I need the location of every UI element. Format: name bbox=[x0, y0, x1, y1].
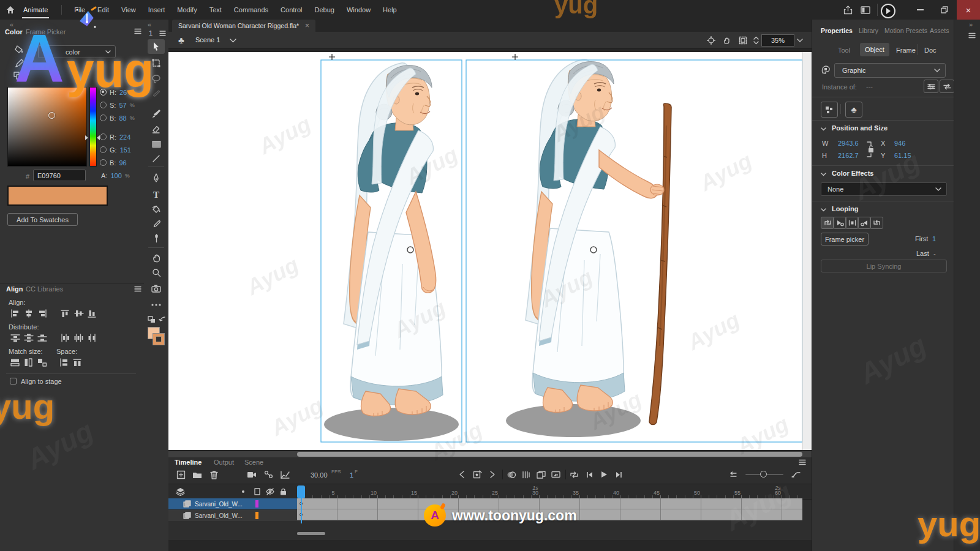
layer-color-chip[interactable] bbox=[255, 500, 258, 508]
eraser-tool[interactable] bbox=[148, 122, 165, 136]
highlight-layers-dot-icon[interactable] bbox=[241, 489, 246, 494]
space-horizontal-button[interactable] bbox=[72, 358, 83, 367]
first-frame-value[interactable]: 1 bbox=[932, 235, 936, 242]
lip-syncing-button[interactable]: Lip Syncing bbox=[821, 260, 947, 272]
tab-align[interactable]: Align bbox=[6, 285, 23, 293]
lasso-tool[interactable] bbox=[148, 72, 165, 86]
position-size-header[interactable]: Position and Size bbox=[832, 124, 888, 132]
hue-radio[interactable] bbox=[100, 89, 107, 96]
break-apart-button[interactable] bbox=[821, 102, 838, 118]
workspace-layout-icon[interactable] bbox=[860, 5, 871, 15]
panel-menu-icon[interactable] bbox=[134, 28, 142, 35]
paint-bucket-tool[interactable] bbox=[148, 202, 165, 216]
window-minimize-button[interactable] bbox=[908, 0, 932, 20]
window-close-button[interactable]: × bbox=[957, 0, 980, 20]
zoom-level-dropdown[interactable]: 35% bbox=[761, 34, 794, 47]
section-chevron-icon[interactable] bbox=[821, 127, 826, 131]
show-parenting-button[interactable] bbox=[262, 468, 274, 481]
line-tool[interactable] bbox=[148, 152, 165, 165]
center-stage-icon[interactable] bbox=[706, 36, 716, 45]
stage-scrollbar-thumb[interactable] bbox=[297, 452, 802, 457]
stroke-color-tool-icon[interactable] bbox=[13, 58, 26, 69]
y-value[interactable]: 61.15 bbox=[894, 152, 911, 159]
align-panel-menu-icon[interactable] bbox=[134, 285, 142, 293]
reset-timeline-zoom-button[interactable] bbox=[727, 468, 739, 481]
step-forward-button[interactable] bbox=[612, 468, 625, 481]
align-to-stage-checkbox[interactable] bbox=[10, 378, 17, 384]
delete-button[interactable] bbox=[208, 468, 220, 481]
loop-mode-button[interactable] bbox=[821, 217, 834, 229]
expand-panel-icon[interactable]: » bbox=[969, 21, 973, 28]
test-movie-play-icon[interactable] bbox=[881, 4, 895, 18]
window-restore-button[interactable] bbox=[932, 0, 957, 20]
menu-file[interactable]: File bbox=[74, 6, 85, 13]
swap-colors-icon[interactable] bbox=[146, 315, 157, 324]
timeline-zoom-knob[interactable] bbox=[760, 471, 767, 478]
stage[interactable] bbox=[168, 52, 812, 450]
menu-commands[interactable]: Commands bbox=[234, 6, 268, 13]
document-tab-close-icon[interactable]: × bbox=[305, 21, 309, 30]
distribute-left-button[interactable] bbox=[60, 333, 71, 343]
green-radio[interactable] bbox=[100, 146, 107, 153]
fps-value[interactable]: 30.00 bbox=[311, 471, 328, 479]
menu-help[interactable]: Help bbox=[383, 6, 397, 13]
distribute-horizontal-center-button[interactable] bbox=[74, 333, 85, 343]
tab-output[interactable]: Output bbox=[214, 459, 234, 466]
subtab-doc[interactable]: Doc bbox=[924, 47, 937, 54]
h-value[interactable]: 2162.7 bbox=[838, 152, 859, 159]
collapse-tools-icon[interactable]: « bbox=[148, 21, 151, 28]
loop-playback-button[interactable] bbox=[568, 468, 580, 481]
align-right-edge-button[interactable] bbox=[37, 309, 48, 318]
tools-menu-icon[interactable] bbox=[159, 30, 167, 37]
current-color-swatch[interactable] bbox=[7, 186, 108, 206]
menu-modify[interactable]: Modify bbox=[177, 6, 197, 13]
align-top-edge-button[interactable] bbox=[60, 309, 71, 318]
distribute-vertical-center-button[interactable] bbox=[23, 333, 34, 343]
rotate-hand-icon[interactable] bbox=[722, 36, 732, 45]
hue-slider[interactable] bbox=[89, 87, 97, 167]
space-vertical-button[interactable] bbox=[59, 358, 70, 367]
home-icon[interactable] bbox=[5, 4, 16, 15]
asset-warp-tool[interactable] bbox=[148, 231, 165, 245]
zoom-stepper[interactable] bbox=[752, 34, 760, 47]
align-horizontal-center-button[interactable] bbox=[23, 309, 34, 318]
timeline-menu-icon[interactable] bbox=[798, 459, 807, 466]
hue-slider-handle[interactable] bbox=[85, 135, 100, 141]
next-keyframe-button[interactable] bbox=[487, 468, 498, 481]
onion-skin-button[interactable] bbox=[505, 468, 518, 481]
edit-symbol-button[interactable]: ♣ bbox=[845, 102, 862, 118]
align-left-edge-button[interactable] bbox=[10, 309, 21, 318]
default-colors-icon[interactable] bbox=[12, 71, 23, 81]
share-icon[interactable] bbox=[842, 4, 853, 15]
tab-properties[interactable]: Properties bbox=[821, 27, 853, 34]
looping-header[interactable]: Looping bbox=[832, 205, 858, 212]
match-height-button[interactable] bbox=[23, 358, 34, 367]
layer-row-selected[interactable]: Sarvani_Old_W... bbox=[168, 498, 297, 509]
menu-insert[interactable]: Insert bbox=[148, 6, 165, 13]
tab-library[interactable]: Library bbox=[859, 27, 878, 34]
instance-settings-button[interactable] bbox=[924, 80, 938, 93]
color-type-dropdown[interactable]: color bbox=[38, 45, 116, 58]
tab-frame-picker[interactable]: Frame Picker bbox=[26, 28, 66, 36]
swap-symbol-button[interactable] bbox=[940, 80, 954, 93]
reset-colors-icon[interactable] bbox=[157, 315, 167, 324]
play-button[interactable] bbox=[598, 468, 610, 481]
fluid-brush-tool[interactable] bbox=[148, 87, 165, 100]
document-tab[interactable]: Sarvani Old Woman Character Rigged.fla* … bbox=[172, 20, 315, 32]
tab-color[interactable]: Color bbox=[5, 28, 23, 36]
menu-edit[interactable]: Edit bbox=[97, 6, 109, 13]
subtab-tool[interactable]: Tool bbox=[838, 47, 850, 54]
play-once-button[interactable] bbox=[833, 217, 846, 229]
tab-assets[interactable]: Assets bbox=[930, 27, 949, 34]
eyedropper-tool[interactable] bbox=[148, 217, 165, 230]
lock-layers-icon[interactable] bbox=[279, 487, 287, 496]
edit-multiple-frames-button[interactable] bbox=[535, 468, 547, 481]
edit-toolbar-more-icon[interactable] bbox=[148, 300, 165, 310]
subtab-object[interactable]: Object bbox=[860, 43, 889, 56]
zoom-dropdown-chevron-icon[interactable] bbox=[797, 39, 803, 42]
layer-row[interactable]: Sarvani_Old_W... bbox=[168, 509, 297, 521]
reverse-once-button[interactable] bbox=[858, 217, 871, 229]
red-radio[interactable] bbox=[100, 133, 107, 140]
selection-tool[interactable] bbox=[148, 39, 165, 54]
color-saturation-brightness-picker[interactable] bbox=[7, 87, 87, 167]
